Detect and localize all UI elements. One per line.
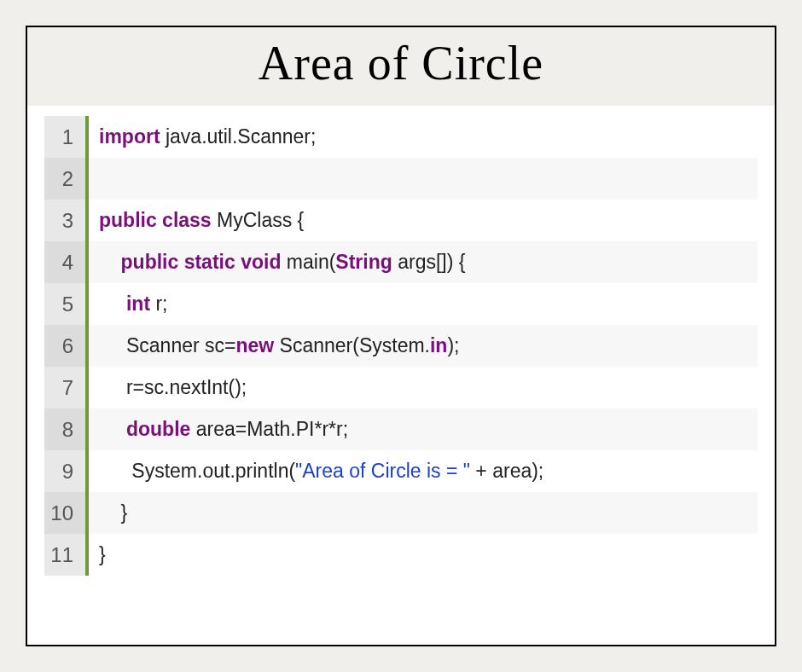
line-code: double area=Math.PI*r*r; bbox=[87, 408, 758, 450]
line-code: public class MyClass { bbox=[87, 200, 758, 241]
code-token: String bbox=[335, 251, 392, 273]
title-bar: Area of Circle bbox=[27, 27, 775, 106]
code-token: double bbox=[126, 418, 190, 440]
line-number: 11 bbox=[44, 534, 87, 576]
line-code: public static void main(String args[]) { bbox=[87, 241, 758, 283]
code-line: 5 int r; bbox=[44, 283, 758, 325]
code-token: import bbox=[99, 125, 160, 148]
line-number: 6 bbox=[44, 325, 87, 367]
line-number: 1 bbox=[44, 116, 87, 158]
line-code: int r; bbox=[87, 283, 758, 325]
code-area: 1import java.util.Scanner;23public class… bbox=[27, 106, 775, 576]
document-frame: Area of Circle 1import java.util.Scanner… bbox=[26, 26, 776, 646]
code-line: 9 System.out.println("Area of Circle is … bbox=[44, 450, 758, 492]
line-number: 4 bbox=[44, 241, 87, 283]
line-code: r=sc.nextInt(); bbox=[87, 367, 758, 408]
code-token: new bbox=[235, 334, 274, 356]
code-line: 1import java.util.Scanner; bbox=[44, 116, 758, 158]
code-line: 11} bbox=[44, 534, 758, 576]
code-line: 3public class MyClass { bbox=[44, 200, 758, 241]
line-code: import java.util.Scanner; bbox=[87, 116, 758, 158]
code-line: 8 double area=Math.PI*r*r; bbox=[44, 408, 758, 450]
code-line: 7 r=sc.nextInt(); bbox=[44, 367, 758, 408]
code-token: public static void bbox=[121, 251, 282, 273]
line-number: 7 bbox=[44, 367, 87, 408]
code-line: 2 bbox=[44, 158, 758, 200]
line-number: 10 bbox=[44, 492, 87, 534]
line-code bbox=[87, 158, 758, 200]
code-token: public class bbox=[99, 209, 212, 231]
code-line: 4 public static void main(String args[])… bbox=[44, 241, 758, 283]
code-table: 1import java.util.Scanner;23public class… bbox=[44, 116, 758, 576]
code-line: 6 Scanner sc=new Scanner(System.in); bbox=[44, 325, 758, 367]
line-code: } bbox=[87, 534, 758, 576]
code-token: "Area of Circle is = " bbox=[295, 460, 470, 482]
line-code: Scanner sc=new Scanner(System.in); bbox=[87, 325, 758, 367]
code-line: 10 } bbox=[44, 492, 758, 534]
line-number: 2 bbox=[44, 158, 87, 200]
code-token: int bbox=[126, 293, 150, 315]
line-number: 9 bbox=[44, 450, 87, 492]
line-code: System.out.println("Area of Circle is = … bbox=[87, 450, 758, 492]
line-number: 5 bbox=[44, 283, 87, 325]
line-number: 3 bbox=[44, 200, 87, 241]
line-number: 8 bbox=[44, 408, 87, 450]
line-code: } bbox=[87, 492, 758, 534]
code-token: in bbox=[430, 334, 447, 356]
page-title: Area of Circle bbox=[27, 36, 775, 90]
